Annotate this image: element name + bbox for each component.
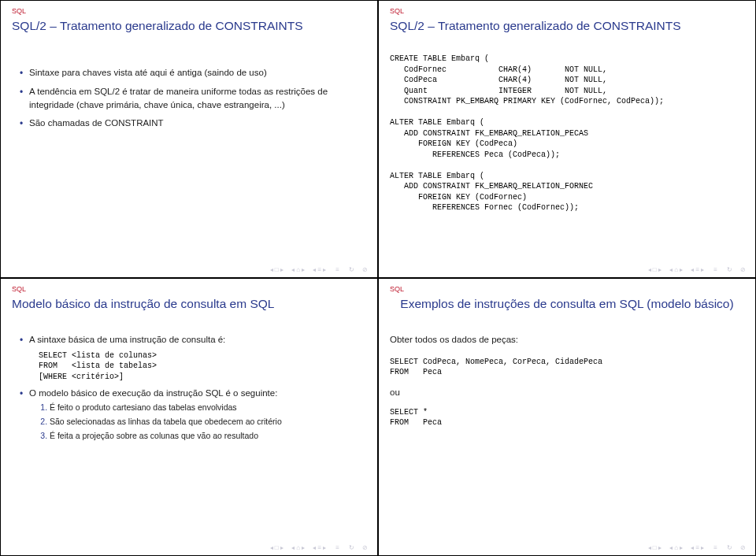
bullet-item: São chamadas de CONSTRAINT — [20, 117, 366, 130]
slide-title: Exemplos de instruções de consulta em SQ… — [390, 296, 744, 311]
slide-header-label: SQL — [12, 7, 366, 15]
nav-home-icon: ◂ ⌂ ▸ — [291, 266, 305, 273]
bullet-text: O modelo básico de execução da instrução… — [29, 388, 277, 398]
or-text: ou — [390, 386, 744, 399]
nav-refresh-icon: ↻ — [349, 266, 354, 273]
slide-title: SQL/2 – Tratamento generalizado de CONST… — [12, 18, 366, 33]
slide-constraints-intro: SQL SQL/2 – Tratamento generalizado de C… — [0, 0, 378, 278]
nav-close-icon: ⊘ — [740, 266, 746, 273]
slide-examples: SQL Exemplos de instruções de consulta e… — [378, 278, 756, 556]
bullet-item: Sintaxe para chaves vista até aqui é ant… — [20, 66, 366, 80]
nav-outline-icon: ≡ — [712, 544, 719, 551]
nav-next-icon: ◂ ≡ ▸ — [313, 266, 326, 273]
step-item: É feito o produto cartesiano das tabelas… — [50, 402, 366, 414]
code-block-constraints: CREATE TABLE Embarq ( CodFornec CHAR(4) … — [390, 54, 744, 213]
nav-refresh-icon: ↻ — [727, 266, 732, 273]
nav-next-icon: ◂ ≡ ▸ — [313, 544, 326, 551]
nav-home-icon: ◂ ⌂ ▸ — [291, 544, 305, 551]
code-block-select-syntax: SELECT <lista de colunas> FROM <lista de… — [29, 350, 366, 383]
slide-nav-footer: ◂ □ ▸ ◂ ⌂ ▸ ◂ ≡ ▸ ≡ ↻ ⊘ — [270, 266, 368, 273]
slide-nav-footer: ◂ □ ▸ ◂ ⌂ ▸ ◂ ≡ ▸ ≡ ↻ ⊘ — [648, 266, 746, 273]
nav-close-icon: ⊘ — [740, 544, 746, 551]
nav-outline-icon: ≡ — [334, 266, 341, 273]
slide-basic-model: SQL Modelo básico da instrução de consul… — [0, 278, 378, 556]
code-block-select-pecas: SELECT CodPeca, NomePeca, CorPeca, Cidad… — [390, 357, 744, 378]
nav-refresh-icon: ↻ — [727, 544, 732, 551]
code-block-select-star: SELECT * FROM Peca — [390, 407, 744, 428]
nav-prev-icon: ◂ □ ▸ — [270, 544, 284, 551]
slide-nav-footer: ◂ □ ▸ ◂ ⌂ ▸ ◂ ≡ ▸ ≡ ↻ ⊘ — [270, 544, 368, 551]
nav-next-icon: ◂ ≡ ▸ — [691, 266, 704, 273]
nav-prev-icon: ◂ □ ▸ — [648, 266, 662, 273]
slide-header-label: SQL — [390, 7, 744, 15]
slide-header-label: SQL — [390, 285, 744, 293]
nav-next-icon: ◂ ≡ ▸ — [691, 544, 704, 551]
bullet-list: Sintaxe para chaves vista até aqui é ant… — [12, 66, 366, 130]
slide-header-label: SQL — [12, 285, 366, 293]
nav-home-icon: ◂ ⌂ ▸ — [669, 544, 683, 551]
intro-text: Obter todos os dados de peças: — [390, 333, 744, 347]
ordered-steps: É feito o produto cartesiano das tabelas… — [29, 402, 366, 442]
slide-title: SQL/2 – Tratamento generalizado de CONST… — [390, 18, 744, 33]
nav-prev-icon: ◂ □ ▸ — [270, 266, 284, 273]
nav-close-icon: ⊘ — [362, 544, 368, 551]
nav-close-icon: ⊘ — [362, 266, 368, 273]
nav-outline-icon: ≡ — [712, 266, 719, 273]
bullet-item: O modelo básico de execução da instrução… — [20, 387, 366, 443]
bullet-text: A sintaxe básica de uma instrução de con… — [29, 335, 225, 344]
nav-outline-icon: ≡ — [334, 544, 341, 551]
slide-title: Modelo básico da instrução de consulta e… — [12, 296, 366, 311]
nav-prev-icon: ◂ □ ▸ — [648, 544, 662, 551]
nav-home-icon: ◂ ⌂ ▸ — [669, 266, 683, 273]
slide-nav-footer: ◂ □ ▸ ◂ ⌂ ▸ ◂ ≡ ▸ ≡ ↻ ⊘ — [648, 544, 746, 551]
step-item: São selecionadas as linhas da tabela que… — [50, 416, 366, 428]
bullet-item: A tendência em SQL/2 é tratar de maneira… — [20, 85, 366, 113]
step-item: É feita a projeção sobre as colunas que … — [50, 430, 366, 443]
slide-constraints-code: SQL SQL/2 – Tratamento generalizado de C… — [378, 0, 756, 278]
nav-refresh-icon: ↻ — [349, 544, 354, 551]
bullet-item: A sintaxe básica de uma instrução de con… — [20, 333, 366, 382]
bullet-list: A sintaxe básica de uma instrução de con… — [12, 333, 366, 442]
